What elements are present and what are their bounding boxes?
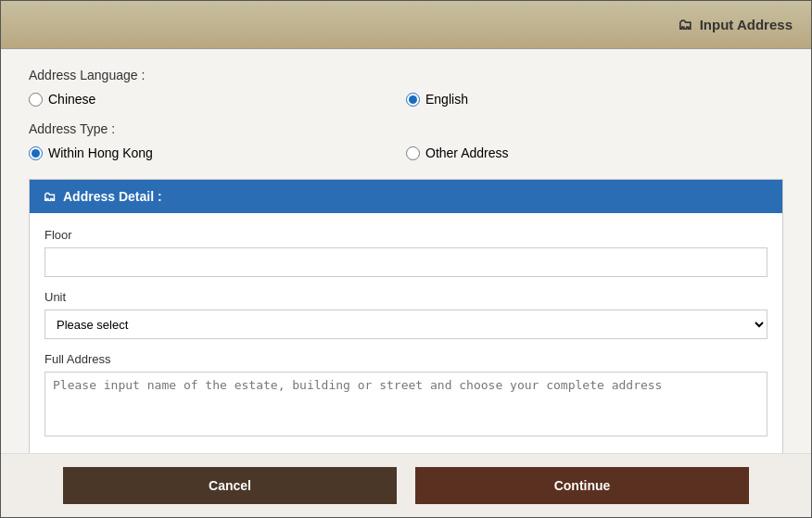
address-language-section: Address Language : Chinese English bbox=[29, 68, 783, 107]
footer: Cancel Continue bbox=[1, 453, 811, 517]
english-radio[interactable] bbox=[406, 93, 420, 107]
address-language-label: Address Language : bbox=[29, 68, 783, 82]
within-hk-option[interactable]: Within Hong Kong bbox=[29, 145, 406, 160]
other-address-option[interactable]: Other Address bbox=[406, 145, 783, 160]
page-title: Input Address bbox=[700, 17, 793, 32]
chinese-radio[interactable] bbox=[29, 93, 43, 107]
other-address-label: Other Address bbox=[425, 145, 509, 160]
main-window: 🗂 Input Address Address Language : Chine… bbox=[0, 0, 812, 518]
full-address-group: Full Address bbox=[44, 352, 768, 439]
address-type-label: Address Type : bbox=[29, 121, 783, 136]
floor-label: Floor bbox=[44, 228, 768, 242]
address-detail-title: Address Detail : bbox=[63, 189, 162, 204]
unit-select[interactable]: Please select bbox=[44, 310, 768, 339]
unit-group: Unit Please select bbox=[44, 290, 768, 339]
other-address-radio[interactable] bbox=[406, 146, 420, 160]
floor-group: Floor bbox=[44, 228, 768, 277]
cancel-button[interactable]: Cancel bbox=[63, 467, 397, 504]
full-address-textarea[interactable] bbox=[44, 372, 768, 436]
title-icon: 🗂 bbox=[678, 17, 692, 33]
english-label: English bbox=[425, 92, 468, 107]
floor-input[interactable] bbox=[44, 247, 768, 277]
address-detail-box: 🗂 Address Detail : Floor Unit Please sel… bbox=[29, 179, 783, 453]
address-type-section: Address Type : Within Hong Kong Other Ad… bbox=[29, 121, 783, 160]
address-detail-header: 🗂 Address Detail : bbox=[30, 180, 782, 213]
title-bar-content: 🗂 Input Address bbox=[678, 17, 793, 33]
chinese-label: Chinese bbox=[48, 92, 95, 107]
unit-label: Unit bbox=[44, 290, 768, 304]
chinese-option[interactable]: Chinese bbox=[29, 92, 406, 107]
language-radio-row: Chinese English bbox=[29, 92, 783, 107]
title-bar: 🗂 Input Address bbox=[1, 1, 811, 49]
address-detail-body: Floor Unit Please select Full Address bbox=[30, 213, 782, 453]
type-radio-row: Within Hong Kong Other Address bbox=[29, 145, 783, 160]
within-hk-label: Within Hong Kong bbox=[48, 145, 153, 160]
english-option[interactable]: English bbox=[406, 92, 783, 107]
main-content: Address Language : Chinese English Addre… bbox=[1, 49, 811, 453]
continue-button[interactable]: Continue bbox=[415, 467, 749, 504]
within-hk-radio[interactable] bbox=[29, 146, 43, 160]
address-detail-icon: 🗂 bbox=[43, 189, 56, 204]
full-address-label: Full Address bbox=[44, 352, 768, 366]
